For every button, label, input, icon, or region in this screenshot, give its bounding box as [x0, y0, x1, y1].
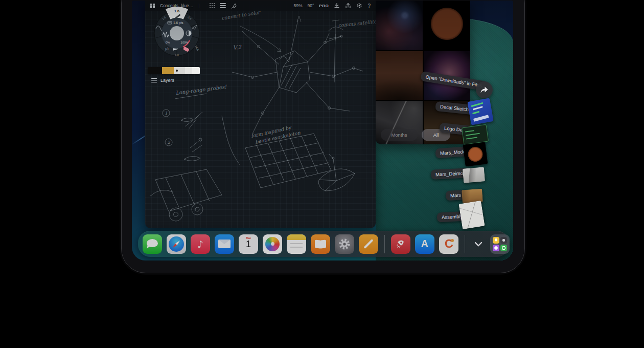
- mini-app-green: [500, 245, 507, 251]
- notes-app-icon[interactable]: [287, 234, 306, 254]
- mini-app-camera: [500, 237, 507, 244]
- rocket-glyph: [395, 238, 407, 250]
- ipad-device: 1 2 convert to solar comms satellite V.2…: [121, 0, 525, 273]
- music-app-icon[interactable]: ♪: [191, 234, 210, 254]
- safari-app-icon[interactable]: [167, 234, 186, 254]
- messages-app-icon[interactable]: [143, 234, 162, 254]
- dock-divider: [384, 235, 385, 253]
- gear-glyph: [338, 238, 351, 250]
- stage: 1 2 convert to solar comms satellite V.2…: [0, 0, 644, 348]
- c-glyph: C: [444, 236, 453, 251]
- mini-app-yellow: [493, 237, 499, 244]
- mini-app-purple: [493, 245, 499, 251]
- forward-arrow-icon: [480, 86, 489, 94]
- dock-collapse-button[interactable]: [471, 234, 486, 254]
- thumb-mars-model[interactable]: [463, 142, 488, 166]
- thumb-mars-deimos[interactable]: [463, 167, 485, 183]
- concepts-app-icon[interactable]: [359, 234, 378, 254]
- music-note-glyph: ♪: [197, 238, 203, 250]
- calendar-app-icon[interactable]: Tue 1: [239, 234, 258, 254]
- c-app-icon[interactable]: C: [439, 234, 458, 254]
- thumb-assembly[interactable]: [458, 201, 485, 229]
- photos-app-icon[interactable]: [263, 234, 282, 254]
- dock-divider-recents: [465, 235, 465, 253]
- rocket-app-icon[interactable]: [391, 234, 410, 254]
- mail-app-icon[interactable]: [215, 234, 234, 254]
- thumb-blue-decal[interactable]: [467, 98, 493, 125]
- ipad-screen: 1 2 convert to solar comms satellite V.2…: [132, 1, 513, 260]
- app-library-icon[interactable]: [490, 234, 510, 254]
- dock: ♪ Tue 1: [138, 231, 509, 257]
- drag-overlay: Open “Downloads” in Files Decal Sketches…: [132, 1, 513, 260]
- calendar-day: 1: [239, 239, 258, 250]
- settings-app-icon[interactable]: [335, 234, 354, 254]
- share-drop-button[interactable]: [476, 81, 493, 98]
- books-app-icon[interactable]: [311, 234, 330, 254]
- chevron-down-icon: [474, 242, 482, 247]
- appstore-app-icon[interactable]: A: [415, 234, 434, 254]
- appstore-a-glyph: A: [421, 238, 428, 250]
